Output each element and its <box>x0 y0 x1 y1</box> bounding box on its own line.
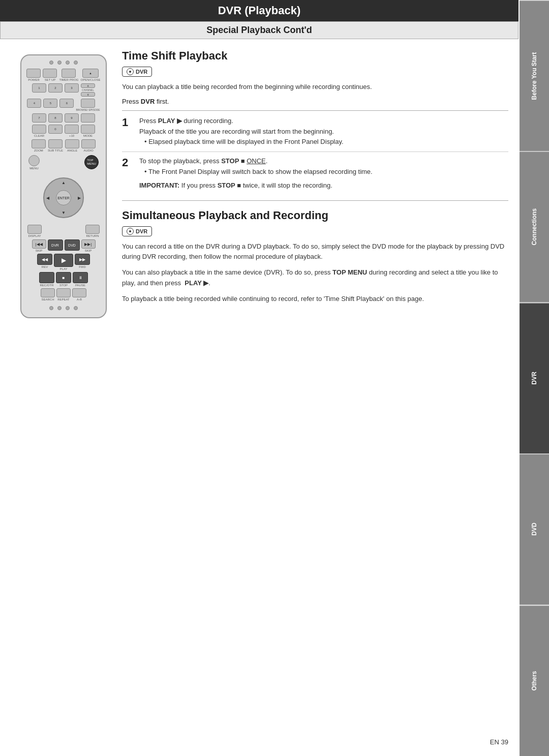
ch-down-button[interactable]: ∨ <box>81 92 95 97</box>
power-button[interactable] <box>26 69 41 78</box>
dvd-button[interactable]: DVD <box>65 239 80 251</box>
zoom-button[interactable] <box>32 139 46 148</box>
dvr-disc-icon <box>127 68 134 75</box>
skip-fwd-button[interactable]: ▶▶| <box>81 239 96 249</box>
tab-connections[interactable]: Connections <box>520 151 549 302</box>
a-b-button[interactable] <box>72 288 86 297</box>
top-menu-button[interactable]: TOPMENU <box>84 155 99 169</box>
remote-section: POWER SET UP TIMER PROG ▲ OPEN/CLOSE 1 <box>10 49 117 318</box>
nav-ring[interactable]: ▲ ▼ ◀ ▶ ENTER <box>43 177 84 218</box>
fwd-button[interactable]: ▶▶ <box>75 254 90 265</box>
num5-button[interactable]: 5 <box>43 99 57 108</box>
step2-important: IMPORTANT: If you press STOP ■ twice, it… <box>139 180 508 191</box>
extra-button[interactable] <box>81 113 95 123</box>
nav-cluster: ▲ ▼ ◀ ▶ ENTER <box>41 175 86 221</box>
time-shift-title: Time Shift Playback <box>122 49 508 63</box>
nav-left-arrow[interactable]: ◀ <box>46 196 49 200</box>
step2-container: 2 To stop the playback, press STOP ■ ONC… <box>122 156 508 195</box>
step1-instruction: Press PLAY ▶ during recording. <box>139 116 508 127</box>
search-button[interactable] <box>41 288 55 297</box>
num9-button[interactable]: 9 <box>65 113 79 123</box>
nav-up-arrow[interactable]: ▲ <box>62 180 66 185</box>
pause-button[interactable]: ⏸ <box>73 272 88 283</box>
remote-dot <box>66 306 70 310</box>
step1-number: 1 <box>122 116 134 147</box>
display-button[interactable] <box>27 225 42 234</box>
simultaneous-title: Simultaneous Playback and Recording <box>122 209 508 222</box>
dvr-badge-timeshift: DVR <box>122 67 152 77</box>
tab-dvd[interactable]: DVD <box>520 453 549 604</box>
remote-row-top: POWER SET UP TIMER PROG ▲ OPEN/CLOSE <box>25 69 102 81</box>
return-button[interactable] <box>85 225 100 234</box>
transport-section: |◀◀ SKIP DVR DVD ▶▶| SKIP <box>25 239 102 301</box>
dvr-disc-icon2 <box>127 228 134 235</box>
step2-instruction: To stop the playback, press STOP ■ ONCE. <box>139 156 508 167</box>
dvr-badge-simultaneous: DVR <box>122 226 152 236</box>
subtitle-button[interactable] <box>48 139 63 148</box>
press-dvr-text: Press DVR first. <box>122 98 508 105</box>
simultaneous-para2: You can also playback a title in the sam… <box>122 267 508 289</box>
num7-button[interactable]: 7 <box>32 113 46 123</box>
num3-button[interactable]: 3 <box>65 83 79 93</box>
plus10-button[interactable] <box>65 125 79 134</box>
setup-button[interactable] <box>43 69 57 78</box>
remote-control: POWER SET UP TIMER PROG ▲ OPEN/CLOSE 1 <box>20 54 107 318</box>
step1-container: 1 Press PLAY ▶ during recording. Playbac… <box>122 116 508 152</box>
browse-button[interactable] <box>81 99 95 108</box>
num4-button[interactable]: 4 <box>27 99 41 108</box>
time-shift-section: Time Shift Playback DVR You can playback… <box>122 49 508 195</box>
num8-button[interactable]: 8 <box>48 113 63 123</box>
stop-button[interactable]: ■ <box>56 272 71 283</box>
clear-button[interactable] <box>32 125 46 134</box>
audio-button[interactable] <box>81 139 96 148</box>
repeat-button[interactable] <box>56 288 71 297</box>
mode-button[interactable] <box>81 125 95 134</box>
ch-up-button[interactable]: ∧ <box>81 83 95 88</box>
timer-prog-button[interactable] <box>62 69 76 78</box>
tab-before-you-start[interactable]: Before You Start <box>520 0 549 151</box>
skip-back-button[interactable]: |◀◀ <box>32 239 46 249</box>
right-content: Time Shift Playback DVR You can playback… <box>117 49 508 318</box>
remote-dot <box>74 61 78 65</box>
dvr-button[interactable]: DVR <box>48 239 63 251</box>
remote-row-num1: 1 2 3 ∧ CHANNEL ∨ <box>25 83 102 97</box>
num0-button[interactable]: 0 <box>48 125 63 134</box>
nav-right-arrow[interactable]: ▶ <box>78 196 81 200</box>
remote-top-dots <box>49 61 78 65</box>
side-tabs: Before You Start Connections DVR DVD Oth… <box>520 0 549 756</box>
num6-button[interactable]: 6 <box>59 99 74 108</box>
step2-bullet: The Front Panel Display will switch back… <box>144 167 508 177</box>
simultaneous-section: Simultaneous Playback and Recording DVR … <box>122 209 508 305</box>
header-special: Special Playback Cont'd <box>0 21 518 39</box>
remote-dot <box>57 306 62 310</box>
transport-row3: REC/OTR ■ STOP ⏸ PAUSE <box>25 272 102 287</box>
step1-detail: Playback of the title you are recording … <box>139 127 508 137</box>
time-shift-intro: You can playback a title being recorded … <box>122 82 508 93</box>
transport-row1: |◀◀ SKIP DVR DVD ▶▶| SKIP <box>25 239 102 252</box>
remote-dot <box>66 61 70 65</box>
remote-row-menu: MENU TOPMENU <box>25 154 102 171</box>
simultaneous-para3: To playback a title being recorded while… <box>122 294 508 305</box>
play-button[interactable]: ▶ <box>54 254 73 267</box>
num2-button[interactable]: 2 <box>48 83 63 93</box>
angle-button[interactable] <box>65 139 79 148</box>
open-close-button[interactable]: ▲ <box>82 69 99 78</box>
step1-bullet: Elapsed playback time will be displayed … <box>144 137 508 147</box>
remote-row-display: DISPLAY RETURN <box>25 225 102 237</box>
rec-button[interactable] <box>39 272 54 283</box>
menu-button[interactable] <box>28 155 40 166</box>
tab-others[interactable]: Others <box>520 605 549 756</box>
tab-dvr[interactable]: DVR <box>520 303 549 453</box>
nav-down-arrow[interactable]: ▼ <box>62 210 66 215</box>
remote-dot <box>49 306 53 310</box>
transport-row2: ◀◀ REV ▶ PLAY ▶▶ FWD <box>25 254 102 270</box>
enter-button[interactable]: ENTER <box>56 190 71 205</box>
rew-button[interactable]: ◀◀ <box>37 254 52 265</box>
remote-row-zoom: ZOOM SUB TITLE ANGLE AUDIO <box>25 139 102 152</box>
divider2 <box>122 200 508 201</box>
num1-button[interactable]: 1 <box>32 83 46 93</box>
remote-dot <box>57 61 62 65</box>
remote-bottom-dots <box>49 306 78 310</box>
remote-row-num4: CLEAR 0 +10 MODE <box>25 125 102 137</box>
remote-dot <box>49 61 53 65</box>
